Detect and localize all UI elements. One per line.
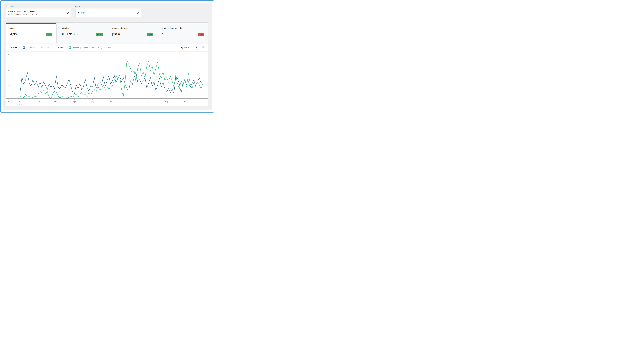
- orders-chart-panel: Orders Custom (Jan 1 - Oct 31, 2022) 4,3…: [6, 43, 208, 106]
- show-value: All orders: [78, 12, 136, 14]
- summary-card-net-sales[interactable]: Net sales $161,318.08 130%: [56, 22, 107, 43]
- chart-title: Orders: [10, 46, 18, 49]
- svg-text:2022: 2022: [18, 104, 22, 105]
- svg-text:19: 19: [8, 85, 10, 86]
- delta-badge: 17%: [46, 32, 52, 36]
- card-title: Average items per order: [162, 27, 204, 29]
- svg-text:Mar: Mar: [54, 101, 57, 103]
- summary-card-average-order-value[interactable]: Average order value $36.93 96%: [107, 22, 158, 43]
- svg-text:Feb: Feb: [38, 101, 40, 103]
- summary-card-orders[interactable]: Orders 4,368 17%: [6, 22, 56, 43]
- summary-card-average-items-per-order[interactable]: Average items per order 1 -7%: [158, 22, 208, 43]
- date-range-dropdown[interactable]: Custom (Jan 1 - Oct 31, 2022) vs. Previo…: [6, 9, 71, 17]
- card-title: Average order value: [112, 27, 153, 29]
- svg-text:Aug: Aug: [146, 101, 150, 103]
- line-chart-toggle-button[interactable]: [196, 45, 199, 49]
- divider: [193, 43, 193, 52]
- card-value-row: 1 -7%: [162, 32, 204, 36]
- legend-total-2022: 4,368: [58, 46, 63, 48]
- svg-text:May: May: [91, 101, 94, 103]
- date-range-label: Date range:: [6, 5, 71, 7]
- chevron-down-icon: [66, 12, 69, 14]
- active-indicator: [196, 49, 199, 49]
- card-value-row: 4,368 17%: [10, 32, 52, 36]
- orders-line-chart: 0193857Jan2022FebMarAprMayJunJulAugSepOc…: [6, 52, 208, 106]
- legend-total-2021: 3,722: [106, 46, 111, 48]
- analytics-panel: Date range: Custom (Jan 1 - Oct 31, 2022…: [3, 3, 212, 110]
- summary-cards-row: Orders 4,368 17% Net sales $161,318.08 1…: [6, 22, 208, 43]
- chart-area: 0193857Jan2022FebMarAprMayJunJulAugSepOc…: [6, 52, 208, 106]
- delta-badge: 96%: [148, 32, 153, 36]
- show-dropdown[interactable]: All orders: [75, 9, 141, 17]
- card-title: Net sales: [61, 27, 103, 29]
- bar-chart-icon: [202, 45, 205, 48]
- svg-text:Jan: Jan: [19, 101, 21, 103]
- date-range-comparison: vs. Previous year (Jan 1 - Oct 31, 2021): [8, 13, 66, 15]
- widget-frame: Date range: Custom (Jan 1 - Oct 31, 2022…: [0, 0, 214, 113]
- checkbox-checked-icon[interactable]: [23, 46, 25, 49]
- show-label: Show:: [75, 5, 141, 7]
- card-value-row: $36.93 96%: [112, 32, 153, 36]
- legend-label: Custom (Jan 1 - Oct 31, 2022): [27, 46, 51, 48]
- chart-header: Orders Custom (Jan 1 - Oct 31, 2022) 4,3…: [6, 43, 208, 52]
- legend-item-custom-2022[interactable]: Custom (Jan 1 - Oct 31, 2022): [23, 46, 51, 49]
- svg-text:Oct: Oct: [184, 101, 186, 103]
- date-range-group: Date range: Custom (Jan 1 - Oct 31, 2022…: [6, 5, 71, 17]
- chevron-down-icon: [188, 47, 190, 48]
- card-value: $36.93: [112, 32, 122, 36]
- interval-selector[interactable]: By day: [181, 46, 190, 48]
- svg-text:Apr: Apr: [73, 101, 76, 103]
- svg-text:Sep: Sep: [165, 101, 168, 103]
- show-value-wrap: All orders: [78, 12, 136, 14]
- card-value: $161,318.08: [61, 32, 79, 36]
- svg-text:Jul: Jul: [128, 101, 130, 103]
- date-range-primary: Custom (Jan 1 - Oct 31, 2022): [8, 10, 66, 13]
- legend-label: Previous year (Jan 1 - Oct 31, 2021): [72, 46, 102, 48]
- card-value: 1: [162, 32, 164, 36]
- show-filter-group: Show: All orders: [75, 5, 141, 17]
- date-range-value: Custom (Jan 1 - Oct 31, 2022) vs. Previo…: [8, 10, 66, 15]
- svg-text:0: 0: [8, 100, 9, 102]
- card-value-row: $161,318.08 130%: [61, 32, 103, 36]
- bar-chart-toggle-button[interactable]: [202, 45, 205, 49]
- card-title: Orders: [10, 27, 52, 29]
- delta-badge: 130%: [96, 32, 103, 36]
- svg-text:57: 57: [8, 54, 10, 55]
- svg-text:38: 38: [8, 69, 10, 71]
- chevron-down-icon: [136, 12, 139, 14]
- checkbox-checked-icon[interactable]: [69, 46, 71, 49]
- svg-text:Jun: Jun: [110, 101, 112, 103]
- line-chart-icon: [196, 45, 199, 48]
- delta-badge: -7%: [198, 32, 204, 36]
- filter-bar: Date range: Custom (Jan 1 - Oct 31, 2022…: [6, 5, 208, 17]
- legend-item-previous-year-2021[interactable]: Previous year (Jan 1 - Oct 31, 2021): [69, 46, 102, 49]
- interval-label: By day: [181, 46, 187, 48]
- inactive-indicator: [202, 49, 205, 49]
- card-value: 4,368: [10, 32, 18, 36]
